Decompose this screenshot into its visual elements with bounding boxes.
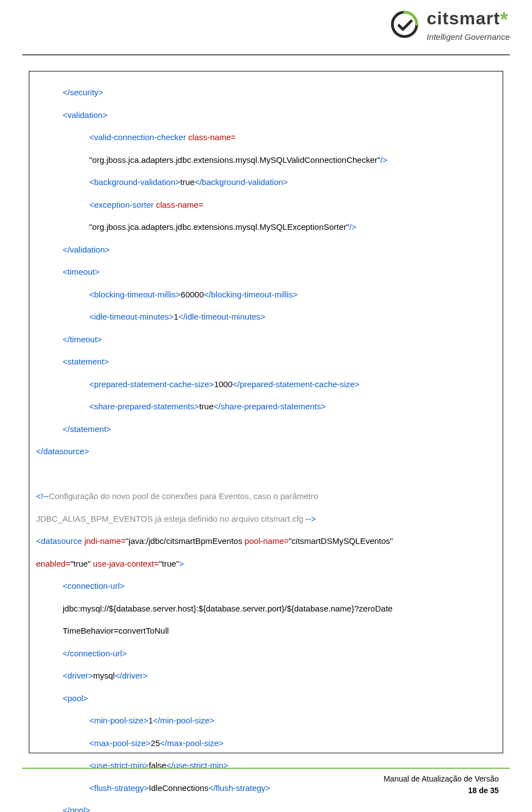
footer-title: Manual de Atualização de Versão (383, 773, 499, 785)
code-line: </timeout> (63, 335, 102, 344)
code-line: <idle-timeout-minutes> (89, 312, 174, 321)
code-value: "citsmartDSMySQLEventos" (289, 536, 393, 546)
code-value: 1 (149, 716, 153, 725)
code-line: <validation> (63, 110, 108, 120)
page-number: 18 de 35 (383, 785, 499, 796)
code-line: </flush-strategy> (208, 783, 270, 793)
code-line: /> (349, 222, 356, 232)
header-divider (22, 54, 510, 55)
code-line: jdbc:mysql://${database.server.host}:${d… (63, 604, 392, 613)
brand-name: citsmart* (427, 7, 510, 34)
code-line: <valid-connection-checker (89, 132, 186, 142)
code-line: <share-prepared-statements> (89, 402, 199, 411)
code-line: <min-pool-size> (89, 716, 149, 725)
code-line: <pool> (63, 693, 88, 703)
code-line: "org.jboss.jca.adapters.jdbc.extensions.… (89, 155, 380, 165)
code-box: </security> <validation> <valid-connecti… (29, 71, 503, 753)
code-line: </connection-url> (63, 649, 127, 658)
code-line: </blocking-timeout-millis> (204, 290, 298, 299)
code-line: TimeBehavior=convertToNull (63, 626, 169, 635)
comment-text: Configuração do novo pool de conexões pa… (49, 491, 318, 501)
code-attr: class-name= (154, 200, 203, 209)
code-value: true (180, 177, 195, 187)
code-value: 60000 (181, 290, 204, 299)
code-value: 25 (151, 738, 160, 748)
code-value: 1 (174, 312, 178, 321)
code-value: true (199, 402, 213, 411)
code-line: </share-prepared-statements> (213, 402, 326, 411)
blank-line (36, 469, 496, 480)
footer-divider (22, 768, 510, 769)
code-value: "java:/jdbc/citsmartBpmEventos (126, 536, 242, 546)
code-line: <background-validation> (89, 177, 180, 187)
code-attr: pool-name= (242, 536, 289, 546)
code-line: </prepared-statement-cache-size> (233, 379, 360, 389)
code-line: <driver> (63, 671, 93, 680)
code-line: </driver> (115, 671, 147, 680)
code-line: </idle-timeout-minutes> (178, 312, 265, 321)
code-value: "true" (159, 559, 180, 568)
code-line: <prepared-statement-cache-size> (89, 379, 214, 389)
page-footer: Manual de Atualização de Versão 18 de 35 (383, 773, 499, 796)
code-attr: class-name= (186, 132, 236, 142)
code-line: </statement> (63, 424, 111, 434)
code-value: mysql (93, 671, 115, 680)
comment-text: JDBC_ALIAS_BPM_EVENTOS já esteja definid… (36, 514, 303, 523)
code-line: <max-pool-size> (89, 738, 151, 748)
code-line: <flush-strategy> (89, 783, 149, 793)
code-line: > (179, 559, 184, 568)
brand-tagline: Intelligent Governance (427, 32, 510, 43)
code-attr: jndi-name= (82, 536, 126, 546)
code-value: 1000 (214, 379, 232, 389)
code-attr: use-java-context= (91, 559, 159, 568)
code-line: </pool> (63, 805, 90, 812)
code-line: <connection-url> (63, 581, 125, 590)
code-line: "org.jboss.jca.adapters.jdbc.extensions.… (89, 222, 349, 232)
brand-header: citsmart* Intelligent Governance (388, 7, 510, 43)
code-line: <exception-sorter (89, 200, 154, 209)
code-line: </datasource> (36, 446, 89, 456)
code-value: IdleConnections (149, 783, 209, 793)
code-value: "true" (70, 559, 91, 568)
code-line: /> (380, 155, 387, 165)
code-line: <blocking-timeout-millis> (89, 290, 181, 299)
code-line: </background-validation> (195, 177, 288, 187)
code-attr: enabled= (36, 559, 70, 568)
code-line: </max-pool-size> (160, 738, 224, 748)
code-line: <timeout> (63, 267, 100, 276)
code-line: </min-pool-size> (153, 716, 214, 725)
comment-end: --> (303, 514, 316, 523)
comment-start: <!-- (36, 491, 49, 501)
code-line: </security> (63, 88, 103, 97)
code-line: <statement> (63, 357, 109, 366)
code-line: <datasource (36, 536, 82, 546)
code-line: </validation> (63, 245, 110, 254)
brand-logo-icon (388, 8, 421, 41)
